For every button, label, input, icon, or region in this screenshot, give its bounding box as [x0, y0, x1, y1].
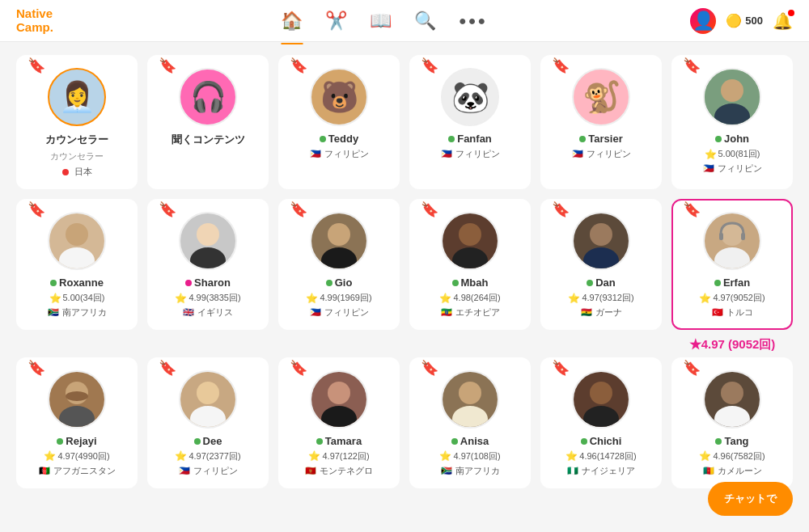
- teacher-name-fanfan: Fanfan: [448, 133, 492, 145]
- teacher-card-chichi[interactable]: 🔖 Chichi ⭐ 4.96(14728回) 🇳🇬 ナイジェリア: [540, 357, 662, 488]
- teacher-card-dan[interactable]: 🔖 Dan ⭐ 4.97(9312回) 🇬🇭 ガーナ: [540, 199, 662, 330]
- nav-more[interactable]: ●●●: [459, 14, 487, 28]
- header-right: 👤 🟡 500 🔔: [690, 8, 793, 34]
- teacher-card-john[interactable]: 🔖 John ⭐ 5.00(81回) 🇵🇭 フィリピン: [671, 55, 793, 189]
- bookmark-icon-tarsier: 🔖: [552, 57, 570, 74]
- avatar-listening: 🎧: [179, 68, 237, 126]
- flag-gio: 🇵🇭: [310, 307, 321, 318]
- nav-tool[interactable]: ✂️: [325, 11, 347, 32]
- teacher-card-listening[interactable]: 🔖 🎧 聞くコンテンツ: [147, 55, 269, 189]
- coin-icon: 🟡: [726, 13, 742, 28]
- nav-book[interactable]: 📖: [370, 11, 392, 32]
- notif-dot: [788, 10, 794, 16]
- flag-row-erfan: 🇹🇷 トルコ: [712, 306, 753, 319]
- rating-mbah: 4.98(264回): [453, 292, 500, 304]
- chat-button[interactable]: チャットで: [708, 482, 793, 516]
- rating-row-dee: ⭐ 4.97(2377回): [175, 450, 240, 462]
- svg-point-13: [459, 223, 481, 246]
- teacher-card-dee[interactable]: 🔖 Dee ⭐ 4.97(2377回) 🇵🇭 フィリピン: [147, 357, 269, 488]
- flag-row-counselor: 日本: [62, 166, 92, 178]
- flag-teddy: 🇵🇭: [310, 149, 321, 159]
- star-icon-gio: ⭐: [306, 293, 318, 304]
- star-icon-dee: ⭐: [175, 450, 187, 462]
- country-tarsier: フィリピン: [587, 148, 631, 160]
- teacher-card-tang[interactable]: 🔖 Tang ⭐ 4.96(7582回) 🇨🇲 カメルーン: [671, 357, 793, 488]
- star-icon-anisa: ⭐: [439, 450, 451, 462]
- flag-row-teddy: 🇵🇭 フィリピン: [310, 148, 369, 160]
- flag-rejayi: 🇦🇫: [39, 466, 50, 476]
- nav-home[interactable]: 🏠: [281, 11, 303, 32]
- rating-gio: 4.99(1969回): [320, 292, 371, 304]
- status-dot-gio: [326, 280, 332, 286]
- avatar-dan: [572, 212, 630, 270]
- highlight-star-text: ★4.97 (9052回): [671, 336, 793, 353]
- teacher-card-teddy[interactable]: 🔖 🐻 Teddy 🇵🇭 フィリピン: [278, 55, 400, 189]
- rating-roxanne: 5.00(34回): [63, 292, 105, 304]
- teacher-name-dan: Dan: [587, 277, 616, 289]
- teacher-card-anisa[interactable]: 🔖 Anisa ⭐ 4.97(108回) 🇿🇦 南アフリカ: [409, 357, 531, 488]
- teacher-name-tang: Tang: [715, 435, 748, 447]
- logo[interactable]: Native Camp.: [16, 7, 53, 34]
- header: Native Camp. 🏠 ✂️ 📖 🔍 ●●● 👤 🟡 500 🔔: [0, 0, 809, 42]
- star-icon-tang: ⭐: [699, 450, 711, 462]
- country-tang: カメルーン: [718, 465, 762, 477]
- flag-row-mbah: 🇪🇹 エチオピア: [441, 306, 500, 319]
- rating-row-mbah: ⭐ 4.98(264回): [439, 292, 500, 304]
- user-avatar[interactable]: 👤: [690, 8, 716, 34]
- rating-dan: 4.97(9312回): [582, 292, 633, 304]
- status-dot-dan: [587, 280, 593, 286]
- star-icon-roxanne: ⭐: [49, 293, 61, 304]
- avatar-tarsier: 🐒: [572, 68, 630, 126]
- flag-row-sharon: 🇬🇧 イギリス: [183, 306, 233, 319]
- avatar-fanfan: 🐼: [441, 68, 499, 126]
- star-icon-chichi: ⭐: [565, 450, 578, 462]
- teacher-name-john: John: [715, 133, 749, 145]
- flag-row-rejayi: 🇦🇫 アフガニスタン: [39, 465, 116, 477]
- flag-row-tang: 🇨🇲 カメルーン: [703, 465, 762, 477]
- teacher-card-tamara[interactable]: 🔖 Tamara ⭐ 4.97(122回) 🇲🇪 モンテネグロ: [278, 357, 400, 488]
- flag-sharon: 🇬🇧: [183, 307, 194, 318]
- bookmark-icon-teddy: 🔖: [290, 57, 307, 74]
- avatar-tang: [703, 370, 761, 429]
- country-gio: フィリピン: [324, 306, 369, 319]
- avatar-mbah: [441, 212, 499, 270]
- status-dot-erfan: [714, 280, 721, 286]
- svg-point-10: [328, 223, 350, 246]
- country-chichi: ナイジェリア: [582, 465, 635, 477]
- nav-search[interactable]: 🔍: [414, 11, 436, 32]
- avatar-teddy: 🐻: [310, 68, 368, 126]
- highlight-label-container: ★4.97 (9052回): [671, 335, 793, 353]
- teacher-card-tarsier[interactable]: 🔖 🐒 Tarsier 🇵🇭 フィリピン: [540, 55, 662, 189]
- teacher-card-rejayi[interactable]: 🔖 Rejayi ⭐ 4.97(4990回) 🇦🇫 アフガニスタン: [16, 357, 138, 488]
- teacher-card-counselor[interactable]: 🔖 👩‍💼 カウンセラー カウンセラー 日本: [16, 55, 138, 189]
- teacher-name-roxanne: Roxanne: [50, 277, 104, 289]
- teacher-name-gio: Gio: [326, 277, 353, 289]
- star-icon-rejayi: ⭐: [44, 450, 56, 462]
- teacher-card-erfan[interactable]: 🔖 Erfan ⭐ 4.97(9052回) �: [671, 199, 793, 330]
- teacher-card-sharon[interactable]: 🔖 Sharon ⭐ 4.99(3835回) 🇬🇧 イギリス: [147, 199, 269, 330]
- coin-badge: 🟡 500: [726, 13, 763, 28]
- rating-row-roxanne: ⭐ 5.00(34回): [49, 292, 105, 304]
- country-roxanne: 南アフリカ: [62, 306, 107, 319]
- status-dot-counselor: [62, 169, 69, 175]
- flag-dan: 🇬🇭: [581, 307, 592, 318]
- bookmark-icon-roxanne: 🔖: [28, 201, 45, 218]
- status-dot-roxanne: [50, 280, 57, 286]
- flag-erfan: 🇹🇷: [712, 307, 723, 318]
- teacher-card-fanfan[interactable]: 🔖 🐼 Fanfan 🇵🇭 フィリピン: [409, 55, 531, 189]
- bookmark-icon-rejayi: 🔖: [28, 359, 45, 377]
- teacher-card-gio[interactable]: 🔖 Gio ⭐ 4.99(1969回) 🇵🇭 フィリピン: [278, 199, 400, 330]
- status-dot-anisa: [451, 438, 458, 445]
- teacher-subtitle-counselor: カウンセラー: [50, 150, 104, 163]
- rating-rejayi: 4.97(4990回): [57, 450, 109, 462]
- avatar-dee: [179, 370, 237, 429]
- bookmark-icon-john: 🔖: [683, 57, 701, 74]
- teacher-name-chichi: Chichi: [581, 435, 622, 447]
- flag-row-gio: 🇵🇭 フィリピン: [310, 306, 369, 319]
- svg-point-4: [66, 223, 88, 246]
- teacher-card-roxanne[interactable]: 🔖 Roxanne ⭐ 5.00(34回) 🇿🇦 南アフリカ: [16, 199, 138, 330]
- status-dot-tarsier: [579, 136, 586, 142]
- teacher-card-mbah[interactable]: 🔖 Mbah ⭐ 4.98(264回) 🇪🇹 エチオピア: [409, 199, 531, 330]
- notification-badge[interactable]: 🔔: [773, 11, 793, 31]
- teacher-name-sharon: Sharon: [185, 277, 231, 289]
